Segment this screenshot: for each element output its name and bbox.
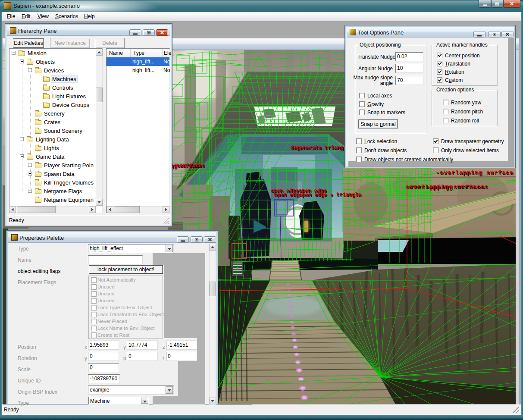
svg-text:degenerate triangles: degenerate triangles <box>291 145 353 151</box>
svg-text:overlapping surfaces: overlapping surfaces <box>409 184 489 190</box>
svg-text:-overlapping surface: -overlapping surface <box>436 169 514 176</box>
svg-text:open edgopen edge ● triangle: open edgopen edge ● triangle <box>274 192 361 198</box>
